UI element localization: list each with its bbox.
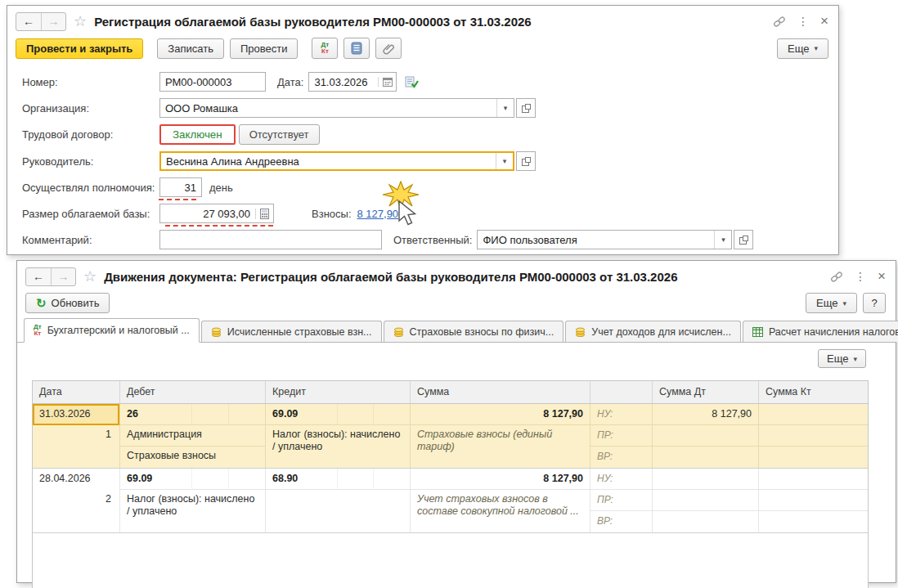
tab-tax-calculation[interactable]: Расчет начисления налогов ...	[743, 321, 898, 342]
movements-toolbar: ↻ Обновить Еще ▾ ?	[17, 289, 896, 318]
cell-credit-subconto[interactable]	[266, 490, 411, 532]
get-link-icon[interactable]	[830, 272, 843, 282]
document-toolbar: Провести и закрыть Записать Провести ДтК…	[7, 34, 838, 65]
cell-description[interactable]: Страховые взносы (единый тариф)	[411, 425, 590, 468]
cell-credit-account[interactable]: 69.09	[266, 404, 338, 425]
favorites-star-icon[interactable]: ☆	[83, 269, 97, 284]
manager-open-button[interactable]	[516, 151, 536, 171]
cell-debit-subconto1[interactable]: Налог (взносы): начислено / уплачено	[120, 490, 266, 532]
cell-debit-subconto2[interactable]: Страховые взносы	[120, 447, 266, 468]
register-list-icon	[351, 42, 362, 55]
calculator-button[interactable]	[255, 209, 273, 219]
get-link-icon[interactable]	[773, 16, 786, 27]
cell-date-selected[interactable]: 31.03.2026	[33, 404, 120, 425]
col-header-sum-dt[interactable]: Сумма Дт	[653, 381, 759, 403]
cell-credit-subconto[interactable]: Налог (взносы): начислено / уплачено	[266, 425, 411, 468]
cell-sum[interactable]: 8 127,90	[411, 404, 590, 425]
close-icon[interactable]: ×	[820, 16, 828, 27]
tab-income-accounting[interactable]: Учет доходов для исчислен...	[565, 321, 741, 342]
movements-tabs: ДтКт Бухгалтерский и налоговый ... Исчис…	[17, 318, 896, 343]
organization-dropdown-button[interactable]: ▾	[496, 99, 514, 117]
forward-arrow-icon[interactable]: →	[41, 13, 65, 30]
date-field[interactable]: 31.03.2026	[308, 72, 397, 92]
responsible-value: ФИО пользователя	[478, 231, 714, 249]
calendar-icon	[383, 77, 393, 87]
col-header-sum-kt[interactable]: Сумма Кт	[759, 381, 868, 403]
table-more-button[interactable]: Еще ▾	[818, 349, 866, 368]
col-header-debit[interactable]: Дебет	[120, 381, 266, 403]
number-label: Номер:	[22, 76, 159, 88]
back-arrow-icon[interactable]: ←	[26, 268, 51, 285]
cell-sum-kt[interactable]	[759, 404, 868, 425]
save-button[interactable]: Записать	[157, 38, 224, 59]
favorites-star-icon[interactable]: ☆	[74, 14, 87, 29]
col-header-sum[interactable]: Сумма	[411, 381, 590, 403]
responsible-open-button[interactable]	[734, 230, 753, 249]
set-current-date-button[interactable]	[405, 75, 419, 88]
post-and-close-button[interactable]: Провести и закрыть	[16, 38, 143, 59]
chevron-down-icon: ▾	[853, 355, 857, 363]
organization-open-button[interactable]	[516, 98, 536, 118]
cell-row-number: 2	[33, 490, 120, 511]
number-field[interactable]: РМ00-000003	[159, 72, 266, 92]
forward-arrow-icon[interactable]: →	[51, 268, 75, 285]
movements-more-button[interactable]: Еще ▾	[806, 293, 857, 313]
date-label: Дата:	[277, 76, 303, 88]
tab-contributions-by-person[interactable]: Страховые взносы по физич...	[384, 321, 564, 342]
save-post-group: Записать Провести	[157, 38, 298, 59]
organization-field[interactable]: ООО Ромашка ▾	[159, 98, 514, 118]
cell-credit-account[interactable]: 68.90	[266, 469, 338, 490]
tab-calculated-contributions[interactable]: Исчисленные страховые взн...	[201, 321, 382, 342]
cell-debit-account[interactable]: 69.09	[120, 469, 192, 490]
cell-sum-dt[interactable]	[653, 469, 759, 490]
cell-description[interactable]: Учет страховых взносов в составе совокуп…	[411, 490, 590, 532]
help-button[interactable]: ?	[863, 293, 886, 313]
col-header-date[interactable]: Дата	[33, 381, 120, 403]
cell-date[interactable]: 28.04.2026	[33, 469, 120, 490]
cell-sum-dt[interactable]: 8 127,90	[653, 404, 759, 425]
responsible-dropdown-button[interactable]: ▾	[714, 231, 731, 249]
responsible-field[interactable]: ФИО пользователя ▾	[477, 230, 732, 249]
manager-dropdown-button[interactable]: ▾	[496, 153, 513, 169]
post-button[interactable]: Провести	[230, 38, 299, 59]
cell-tax-pr-label: ПР:	[590, 425, 653, 447]
base-field[interactable]: 27 093,00	[159, 204, 274, 223]
doc-toolbar-icons: ДтКт	[312, 38, 402, 59]
cell-credit-sub	[374, 469, 411, 490]
tab-accounting[interactable]: ДтКт Бухгалтерский и налоговый ...	[24, 318, 200, 343]
document-form: Номер: РМ00-000003 Дата: 31.03.2026 Орга…	[7, 65, 838, 249]
cell-sum-kt[interactable]	[759, 469, 868, 490]
cell-sum[interactable]: 8 127,90	[411, 469, 590, 490]
open-form-icon	[522, 157, 531, 166]
contract-absent-toggle[interactable]: Отсутствует	[239, 124, 320, 145]
coins-icon	[575, 327, 586, 337]
cell-debit-subconto1[interactable]: Администрация	[120, 425, 266, 447]
register-records-button[interactable]	[343, 38, 370, 59]
refresh-button[interactable]: ↻ Обновить	[25, 293, 110, 313]
paperclip-icon	[383, 43, 395, 55]
doc-more-button[interactable]: Еще ▾	[777, 38, 828, 59]
col-header-credit[interactable]: Кредит	[266, 381, 411, 403]
days-value: 31	[185, 182, 196, 194]
contributions-link[interactable]: 8 127,90	[357, 208, 399, 220]
days-field[interactable]: 31	[159, 177, 202, 197]
dt-kt-postings-button[interactable]: ДтКт	[312, 38, 338, 59]
calendar-button[interactable]	[378, 77, 396, 87]
row-manager: Руководитель: Веснина Алина Андреевна ▾	[22, 151, 828, 171]
comment-field[interactable]	[159, 230, 382, 249]
manager-field[interactable]: Веснина Алина Андреевна ▾	[159, 151, 514, 171]
cell-debit-account[interactable]: 26	[120, 404, 192, 425]
cell-debit-sub	[229, 404, 266, 425]
table-row[interactable]: 28.04.2026 2 69.09 68.90 8 127,90 Налог …	[33, 469, 868, 533]
row-organization: Организация: ООО Ромашка ▾	[22, 98, 828, 118]
contract-signed-toggle[interactable]: Заключен	[159, 124, 236, 145]
cell-sum-dt-empty	[653, 447, 759, 468]
more-vertical-icon[interactable]: ⋮	[797, 16, 809, 27]
attachments-button[interactable]	[375, 38, 402, 59]
manager-label: Руководитель:	[22, 155, 159, 168]
table-row[interactable]: 31.03.2026 1 26 69.09 8 127,90 Администр…	[33, 404, 868, 469]
back-arrow-icon[interactable]: ←	[16, 13, 41, 30]
more-vertical-icon[interactable]: ⋮	[855, 271, 866, 282]
close-icon[interactable]: ×	[878, 271, 886, 282]
col-header-tax[interactable]	[590, 381, 653, 403]
